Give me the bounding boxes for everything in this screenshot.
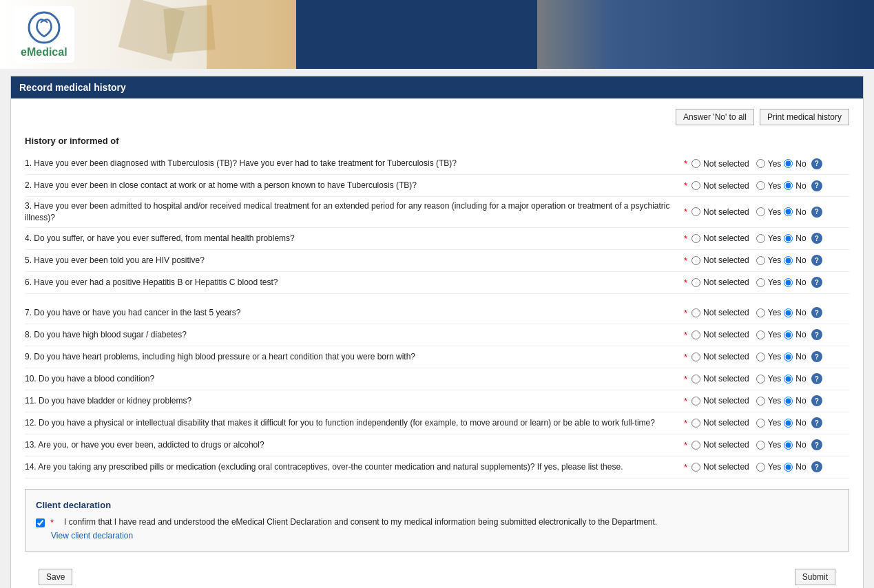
q1-not-selected-radio[interactable] — [691, 159, 700, 168]
q6-help-icon[interactable]: ? — [811, 277, 822, 288]
q14-yes-radio[interactable] — [756, 463, 765, 472]
q4-no-radio[interactable] — [784, 234, 793, 243]
q2-number: 2. — [25, 180, 34, 190]
q3-yes-radio[interactable] — [756, 207, 765, 216]
q11-not-selected-radio[interactable] — [691, 397, 700, 406]
print-button[interactable]: Print medical history — [760, 109, 849, 125]
q14-help-icon[interactable]: ? — [811, 461, 822, 472]
q4-yes-radio[interactable] — [756, 234, 765, 243]
q1-no-radio[interactable] — [784, 159, 793, 168]
q9-no-label: No — [795, 352, 806, 361]
q6-yes-radio[interactable] — [756, 278, 765, 287]
question-row: 9. Do you have heart problems, including… — [25, 346, 849, 368]
question-row: 5. Have you ever been told you are HIV p… — [25, 250, 849, 272]
q5-no-radio[interactable] — [784, 256, 793, 265]
view-declaration-link[interactable]: View client declaration — [51, 531, 838, 540]
q8-number: 8. — [25, 330, 34, 339]
q11-number: 11. — [25, 396, 39, 406]
q6-not-selected-radio[interactable] — [691, 278, 700, 287]
q2-not-selected-radio[interactable] — [691, 181, 700, 190]
question-text: 7. Do you have or have you had cancer in… — [25, 307, 684, 319]
q2-no-radio[interactable] — [784, 181, 793, 190]
main-content: Record medical history Answer 'No' to al… — [10, 76, 864, 588]
q11-no-label: No — [795, 396, 806, 406]
q9-text: Do you have heart problems, including hi… — [34, 352, 415, 361]
answer-no-button[interactable]: Answer 'No' to all — [676, 109, 754, 125]
q5-not-selected-label: Not selected — [703, 255, 749, 265]
q12-not-selected-radio[interactable] — [691, 419, 700, 428]
q13-not-selected-radio[interactable] — [691, 441, 700, 450]
declaration-text: I confirm that I have read and understoo… — [64, 517, 657, 527]
required-star: * — [684, 374, 687, 384]
q14-no-label: No — [795, 462, 806, 472]
q13-yes-label: Yes — [768, 440, 782, 450]
q12-no-radio[interactable] — [784, 419, 793, 428]
q2-yes-radio[interactable] — [756, 181, 765, 190]
q14-no-radio[interactable] — [784, 463, 793, 472]
q3-help-icon[interactable]: ? — [811, 207, 822, 218]
q9-yes-radio[interactable] — [756, 353, 765, 361]
q12-options: * Not selected Yes No ? — [684, 417, 849, 428]
bottom-bar: Save Submit — [25, 562, 849, 588]
q10-yes-radio[interactable] — [756, 375, 765, 384]
required-star: * — [684, 207, 687, 217]
q4-not-selected-radio[interactable] — [691, 234, 700, 243]
question-text: 3. Have you ever been admitted to hospit… — [25, 200, 684, 224]
required-star: * — [684, 440, 687, 450]
q13-help-icon[interactable]: ? — [811, 439, 822, 450]
declaration-checkbox[interactable] — [36, 518, 45, 527]
q9-no-radio[interactable] — [784, 353, 793, 361]
submit-button[interactable]: Submit — [795, 569, 835, 585]
q1-help-icon[interactable]: ? — [811, 158, 822, 169]
q4-help-icon[interactable]: ? — [811, 233, 822, 244]
q12-help-icon[interactable]: ? — [811, 417, 822, 428]
q3-not-selected-label: Not selected — [703, 207, 749, 217]
question-text: 10. Do you have a blood condition? — [25, 373, 684, 385]
q11-help-icon[interactable]: ? — [811, 395, 822, 406]
q1-yes-radio[interactable] — [756, 159, 765, 168]
q5-yes-radio[interactable] — [756, 256, 765, 265]
q8-not-selected-radio[interactable] — [691, 330, 700, 339]
q9-help-icon[interactable]: ? — [811, 351, 822, 362]
question-text: 11. Do you have bladder or kidney proble… — [25, 395, 684, 407]
q13-options: * Not selected Yes No ? — [684, 439, 849, 450]
q7-no-radio[interactable] — [784, 308, 793, 317]
q14-not-selected-radio[interactable] — [691, 463, 700, 472]
q6-no-radio[interactable] — [784, 278, 793, 287]
q10-no-radio[interactable] — [784, 375, 793, 384]
q11-yes-radio[interactable] — [756, 397, 765, 406]
q7-text: Do you have or have you had cancer in th… — [34, 308, 240, 317]
q13-no-radio[interactable] — [784, 441, 793, 450]
q9-not-selected-radio[interactable] — [691, 353, 700, 361]
q10-help-icon[interactable]: ? — [811, 373, 822, 384]
q11-no-radio[interactable] — [784, 397, 793, 406]
q7-yes-radio[interactable] — [756, 308, 765, 317]
question-row: 13. Are you, or have you ever been, addi… — [25, 434, 849, 456]
q2-options: * Not selected Yes No ? — [684, 180, 849, 191]
q2-help-icon[interactable]: ? — [811, 180, 822, 191]
q14-number: 14. — [25, 462, 38, 472]
section-separator — [25, 294, 849, 302]
q8-no-radio[interactable] — [784, 330, 793, 339]
q13-text: Are you, or have you ever been, addicted… — [38, 440, 264, 450]
question-row: 1. Have you ever been diagnosed with Tub… — [25, 153, 849, 175]
q7-help-icon[interactable]: ? — [811, 307, 822, 318]
q5-help-icon[interactable]: ? — [811, 255, 822, 266]
declaration-row: * I confirm that I have read and underst… — [36, 517, 838, 527]
q8-help-icon[interactable]: ? — [811, 329, 822, 340]
q5-not-selected-radio[interactable] — [691, 256, 700, 265]
question-text: 12. Do you have a physical or intellectu… — [25, 417, 684, 429]
q8-yes-radio[interactable] — [756, 330, 765, 339]
q1-number: 1. — [25, 158, 34, 168]
q12-yes-radio[interactable] — [756, 419, 765, 428]
logo-icon — [27, 10, 61, 45]
save-button[interactable]: Save — [39, 569, 72, 585]
q10-not-selected-radio[interactable] — [691, 375, 700, 384]
q7-not-selected-radio[interactable] — [691, 308, 700, 317]
q14-yes-label: Yes — [768, 462, 782, 472]
q3-no-radio[interactable] — [784, 207, 793, 216]
q13-yes-radio[interactable] — [756, 441, 765, 450]
required-star: * — [684, 233, 687, 244]
q11-yes-label: Yes — [768, 396, 782, 406]
q3-not-selected-radio[interactable] — [691, 207, 700, 216]
